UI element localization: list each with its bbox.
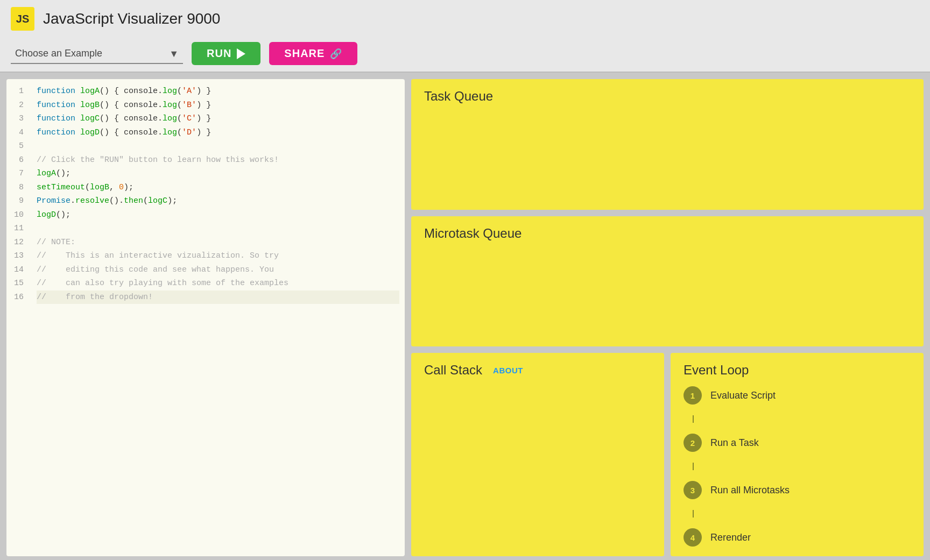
toolbar: Choose an ExampleBasic setTimeoutPromise… <box>0 38 930 73</box>
microtask-queue-panel: Microtask Queue <box>411 216 924 347</box>
event-loop-step: 4Rerender <box>684 528 911 547</box>
code-line: setTimeout(logB, 0); <box>37 181 399 195</box>
example-select[interactable]: Choose an ExampleBasic setTimeoutPromise… <box>11 44 183 64</box>
app-title: JavaScript Visualizer 9000 <box>43 10 919 27</box>
code-line: function logA() { console.log('A') } <box>37 84 399 98</box>
code-line: // This is an interactive vizualization.… <box>37 249 399 263</box>
task-queue-title: Task Queue <box>424 89 911 104</box>
code-line: // can also try playing with some of the… <box>37 277 399 290</box>
step-circle: 3 <box>684 481 702 499</box>
event-loop-title: Event Loop <box>684 363 911 378</box>
code-area[interactable]: 12345678910111213141516 function logA() … <box>6 79 405 556</box>
editor-panel: 12345678910111213141516 function logA() … <box>6 79 405 556</box>
call-stack-header: Call Stack ABOUT <box>424 363 651 378</box>
main-content: 12345678910111213141516 function logA() … <box>0 73 930 560</box>
about-link[interactable]: ABOUT <box>493 366 523 375</box>
step-label: Evaluate Script <box>710 390 776 401</box>
code-line: function logC() { console.log('C') } <box>37 112 399 126</box>
code-line: function logB() { console.log('B') } <box>37 98 399 112</box>
step-circle: 1 <box>684 386 702 405</box>
code-line: logD(); <box>37 208 399 222</box>
header: JS JavaScript Visualizer 9000 <box>0 0 930 38</box>
run-button[interactable]: RUN <box>192 42 260 65</box>
step-connector <box>684 510 911 518</box>
step-label: Run all Microtasks <box>710 485 790 496</box>
event-loop-panel: Event Loop 1Evaluate Script2Run a Task3R… <box>671 353 924 556</box>
step-connector <box>684 415 911 423</box>
code-line: // from the dropdown! <box>37 290 399 304</box>
code-line: logA(); <box>37 167 399 181</box>
link-icon: 🔗 <box>330 48 342 60</box>
code-line <box>37 139 399 153</box>
step-label: Rerender <box>710 532 751 543</box>
event-loop-step: 1Evaluate Script <box>684 386 911 405</box>
code-line <box>37 222 399 236</box>
code-content[interactable]: function logA() { console.log('A') }func… <box>31 84 405 551</box>
share-button[interactable]: SHARE 🔗 <box>269 42 357 65</box>
bottom-row: Call Stack ABOUT Event Loop 1Evaluate Sc… <box>411 353 924 556</box>
event-loop-step: 2Run a Task <box>684 434 911 452</box>
code-line: Promise.resolve().then(logC); <box>37 194 399 208</box>
step-connector <box>684 463 911 470</box>
right-panel: Task Queue Microtask Queue Call Stack AB… <box>411 79 924 556</box>
code-line: // editing this code and see what happen… <box>37 263 399 277</box>
microtask-queue-title: Microtask Queue <box>424 226 911 241</box>
call-stack-title: Call Stack <box>424 363 482 378</box>
line-numbers: 12345678910111213141516 <box>6 84 31 551</box>
code-line: // Click the "RUN" button to learn how t… <box>37 153 399 167</box>
task-queue-panel: Task Queue <box>411 79 924 210</box>
example-select-wrapper: Choose an ExampleBasic setTimeoutPromise… <box>11 44 183 64</box>
run-arrow-icon <box>237 48 245 59</box>
call-stack-panel: Call Stack ABOUT <box>411 353 664 556</box>
step-circle: 4 <box>684 528 702 547</box>
step-label: Run a Task <box>710 437 759 449</box>
share-label: SHARE <box>284 47 325 60</box>
run-label: RUN <box>207 47 231 60</box>
code-line: function logD() { console.log('D') } <box>37 126 399 140</box>
js-logo: JS <box>11 7 34 31</box>
code-line: // NOTE: <box>37 236 399 250</box>
event-loop-step: 3Run all Microtasks <box>684 481 911 499</box>
event-loop-steps: 1Evaluate Script2Run a Task3Run all Micr… <box>684 386 911 547</box>
step-circle: 2 <box>684 434 702 452</box>
